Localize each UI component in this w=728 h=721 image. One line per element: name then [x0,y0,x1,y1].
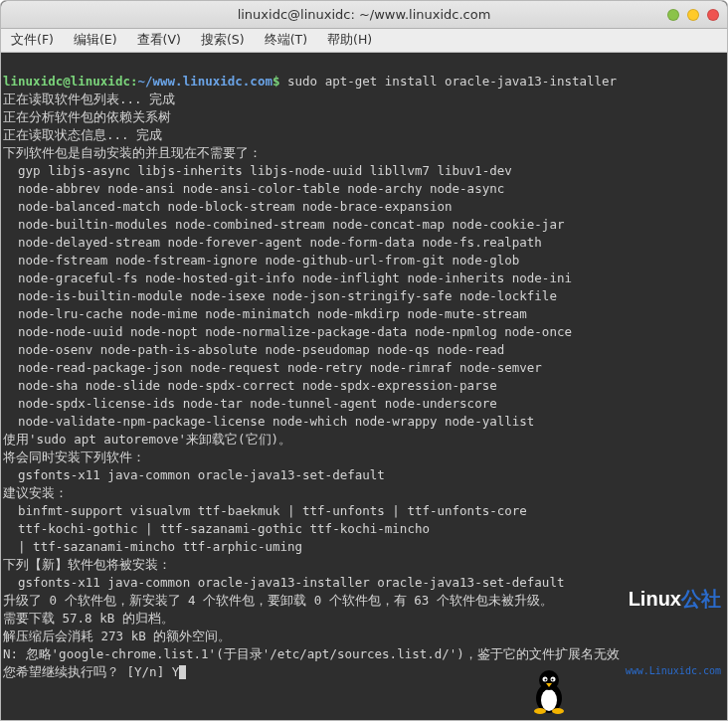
svg-point-4 [551,677,556,682]
window-controls [667,9,719,21]
svg-point-0 [536,683,562,713]
maximize-button[interactable] [687,9,699,21]
close-button[interactable] [707,9,719,21]
svg-point-9 [552,708,564,714]
terminal-output: 正在读取软件包列表... 完成 正在分析软件包的依赖关系树 正在读取状态信息..… [3,91,620,661]
confirm-answer: Y [172,664,180,679]
watermark-brand2: 公社 [681,588,721,610]
menubar: 文件(F) 编辑(E) 查看(V) 搜索(S) 终端(T) 帮助(H) [1,29,727,53]
watermark-url: www.Linuxidc.com [573,664,721,678]
prompt-symbol: $ [273,74,280,89]
menu-search[interactable]: 搜索(S) [191,29,255,52]
menu-help[interactable]: 帮助(H) [317,29,382,52]
menu-file[interactable]: 文件(F) [1,29,64,52]
svg-point-3 [543,677,548,682]
menu-view[interactable]: 查看(V) [127,29,191,52]
command: sudo apt-get install oracle-java13-insta… [287,74,617,89]
watermark-brand1: Linux [629,588,681,610]
svg-point-8 [534,708,546,714]
svg-marker-7 [546,683,552,687]
window-title: linuxidc@linuxidc: ~/www.linuxidc.com [238,7,491,22]
prompt-userhost: linuxidc@linuxidc: [3,74,137,89]
confirm-question: 您希望继续执行吗？ [Y/n] [3,664,172,679]
svg-point-6 [552,679,554,681]
svg-point-2 [539,670,559,690]
svg-point-5 [545,679,547,681]
watermark-text: Linux公社 www.Linuxidc.com [573,533,721,714]
titlebar: linuxidc@linuxidc: ~/www.linuxidc.com [1,1,727,29]
terminal-window: linuxidc@linuxidc: ~/www.linuxidc.com 文件… [0,0,728,721]
terminal-area[interactable]: linuxidc@linuxidc:~/www.linuxidc.com$ su… [1,53,727,720]
prompt-tilde: ~ [137,74,145,89]
watermark: Linux公社 www.Linuxidc.com [529,533,721,714]
svg-point-1 [541,689,557,711]
menu-edit[interactable]: 编辑(E) [64,29,127,52]
text-cursor [179,665,186,679]
penguin-icon [529,668,569,714]
minimize-button[interactable] [667,9,679,21]
menu-terminal[interactable]: 终端(T) [255,29,317,52]
prompt-path: /www.linuxidc.com [145,74,273,89]
